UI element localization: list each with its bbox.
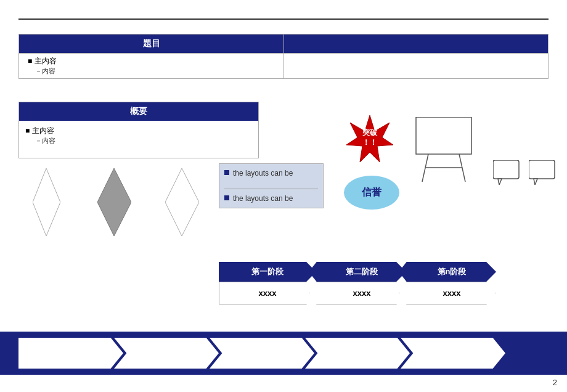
top-divider xyxy=(18,18,549,20)
phases-row: 第一阶段 xxxx 第二阶段 xxxx 第n阶段 xxxx xyxy=(219,262,496,304)
diamonds-container xyxy=(18,165,210,239)
starburst-shape: 突破 ！！ xyxy=(345,114,394,163)
trust-ellipse: 信誉 xyxy=(344,176,399,210)
diamond-1 xyxy=(18,165,74,239)
blue-box-text2: the layouts can be xyxy=(233,194,293,203)
billboard-shape xyxy=(413,117,475,187)
table1-main-item: ■ 主内容 xyxy=(28,56,277,67)
blue-box-item1: the layouts can be xyxy=(224,169,318,178)
bottom-navy-bar xyxy=(0,332,567,375)
phase-n: 第n阶段 xxxx xyxy=(399,262,496,304)
bottom-chevron-4 xyxy=(305,338,410,369)
diamond-3 xyxy=(154,165,210,239)
svg-text:突破: 突破 xyxy=(362,128,378,137)
phase1-header: 第一阶段 xyxy=(219,262,316,282)
table1-header-col2 xyxy=(284,35,548,53)
speech-bubble-1 xyxy=(493,160,524,185)
table1-body-col2 xyxy=(284,54,548,78)
phase-1: 第一阶段 xxxx xyxy=(219,262,316,304)
bottom-chevron-3 xyxy=(210,338,314,369)
svg-rect-10 xyxy=(493,160,519,179)
blue-content-box: the layouts can be the layouts can be xyxy=(219,163,324,208)
table1: 題目 ■ 主内容 －内容 xyxy=(18,34,549,79)
diamond-2 xyxy=(86,165,142,239)
svg-rect-6 xyxy=(416,117,471,154)
bullet-square-1 xyxy=(224,170,229,175)
table2-header: 概要 xyxy=(19,102,258,121)
table2-sub: －内容 xyxy=(35,136,252,145)
bottom-chevron-5 xyxy=(401,338,505,369)
trust-label: 信誉 xyxy=(362,186,381,199)
svg-marker-2 xyxy=(165,168,199,236)
blue-box-text1: the layouts can be xyxy=(233,169,293,178)
phaseN-header: 第n阶段 xyxy=(399,262,496,282)
table2-main: ■ 主内容 xyxy=(25,126,252,136)
phase2-header: 第二阶段 xyxy=(309,262,406,282)
svg-marker-11 xyxy=(498,179,502,185)
bullet-square-2 xyxy=(224,195,229,200)
page-number: 2 xyxy=(553,378,557,387)
svg-marker-13 xyxy=(534,179,537,185)
phase-2: 第二阶段 xxxx xyxy=(309,262,406,304)
bottom-chevron-1 xyxy=(18,338,123,369)
svg-marker-1 xyxy=(97,168,131,236)
table2: 概要 ■ 主内容 －内容 xyxy=(18,102,259,158)
blue-box-item2: the layouts can be xyxy=(224,194,318,203)
bottom-chevron-2 xyxy=(114,338,219,369)
svg-text:！！: ！！ xyxy=(362,138,377,147)
table1-sub-item: －内容 xyxy=(35,67,277,76)
phaseN-body: xxxx xyxy=(399,282,496,304)
table2-body: ■ 主内容 －内容 xyxy=(19,121,258,158)
table1-header-col1: 題目 xyxy=(19,35,284,53)
speech-bubble-2 xyxy=(529,160,560,185)
svg-marker-0 xyxy=(33,168,60,236)
table1-body-col1: ■ 主内容 －内容 xyxy=(19,54,284,78)
svg-rect-12 xyxy=(529,160,555,179)
blue-box-divider xyxy=(224,189,318,189)
phase2-body: xxxx xyxy=(309,282,406,304)
phase1-body: xxxx xyxy=(219,282,316,304)
speech-bubbles-container xyxy=(493,160,560,185)
